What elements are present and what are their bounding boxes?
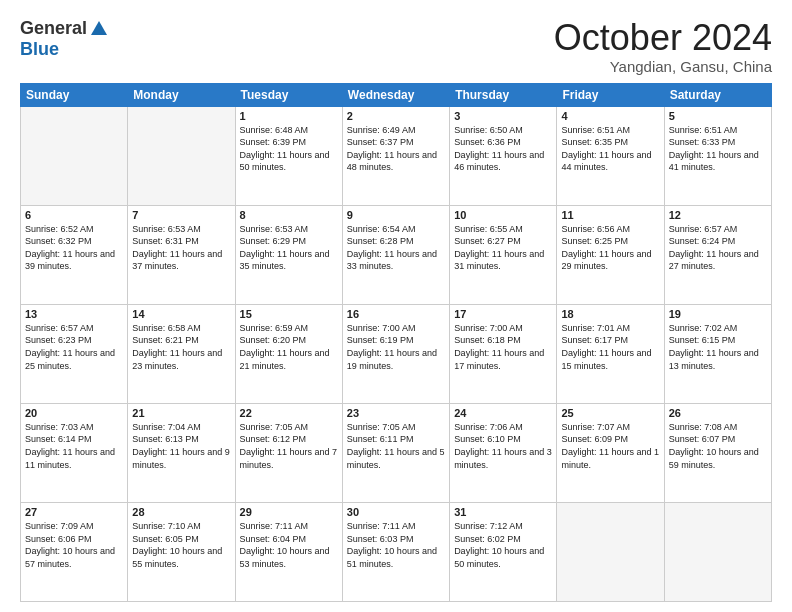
day-number: 31 — [454, 506, 552, 518]
day-info: Sunrise: 7:11 AM Sunset: 6:03 PM Dayligh… — [347, 520, 445, 570]
day-info: Sunrise: 7:02 AM Sunset: 6:15 PM Dayligh… — [669, 322, 767, 372]
day-number: 28 — [132, 506, 230, 518]
day-info: Sunrise: 6:48 AM Sunset: 6:39 PM Dayligh… — [240, 124, 338, 174]
day-number: 25 — [561, 407, 659, 419]
day-number: 17 — [454, 308, 552, 320]
day-number: 8 — [240, 209, 338, 221]
col-header-friday: Friday — [557, 83, 664, 106]
day-number: 20 — [25, 407, 123, 419]
day-number: 15 — [240, 308, 338, 320]
calendar-cell: 24Sunrise: 7:06 AM Sunset: 6:10 PM Dayli… — [450, 403, 557, 502]
calendar-cell: 23Sunrise: 7:05 AM Sunset: 6:11 PM Dayli… — [342, 403, 449, 502]
day-info: Sunrise: 6:53 AM Sunset: 6:31 PM Dayligh… — [132, 223, 230, 273]
calendar-cell: 15Sunrise: 6:59 AM Sunset: 6:20 PM Dayli… — [235, 304, 342, 403]
day-info: Sunrise: 7:04 AM Sunset: 6:13 PM Dayligh… — [132, 421, 230, 471]
calendar-cell: 22Sunrise: 7:05 AM Sunset: 6:12 PM Dayli… — [235, 403, 342, 502]
calendar-cell: 27Sunrise: 7:09 AM Sunset: 6:06 PM Dayli… — [21, 502, 128, 601]
day-info: Sunrise: 7:03 AM Sunset: 6:14 PM Dayligh… — [25, 421, 123, 471]
day-info: Sunrise: 6:51 AM Sunset: 6:35 PM Dayligh… — [561, 124, 659, 174]
calendar-cell: 1Sunrise: 6:48 AM Sunset: 6:39 PM Daylig… — [235, 106, 342, 205]
calendar-cell — [21, 106, 128, 205]
col-header-saturday: Saturday — [664, 83, 771, 106]
day-number: 11 — [561, 209, 659, 221]
calendar-cell: 18Sunrise: 7:01 AM Sunset: 6:17 PM Dayli… — [557, 304, 664, 403]
day-info: Sunrise: 7:08 AM Sunset: 6:07 PM Dayligh… — [669, 421, 767, 471]
calendar-cell: 31Sunrise: 7:12 AM Sunset: 6:02 PM Dayli… — [450, 502, 557, 601]
calendar-cell: 8Sunrise: 6:53 AM Sunset: 6:29 PM Daylig… — [235, 205, 342, 304]
day-info: Sunrise: 6:51 AM Sunset: 6:33 PM Dayligh… — [669, 124, 767, 174]
calendar: SundayMondayTuesdayWednesdayThursdayFrid… — [20, 83, 772, 602]
day-info: Sunrise: 7:07 AM Sunset: 6:09 PM Dayligh… — [561, 421, 659, 471]
location: Yangdian, Gansu, China — [554, 58, 772, 75]
calendar-cell: 6Sunrise: 6:52 AM Sunset: 6:32 PM Daylig… — [21, 205, 128, 304]
calendar-cell: 19Sunrise: 7:02 AM Sunset: 6:15 PM Dayli… — [664, 304, 771, 403]
calendar-cell: 10Sunrise: 6:55 AM Sunset: 6:27 PM Dayli… — [450, 205, 557, 304]
day-info: Sunrise: 7:09 AM Sunset: 6:06 PM Dayligh… — [25, 520, 123, 570]
day-info: Sunrise: 7:00 AM Sunset: 6:18 PM Dayligh… — [454, 322, 552, 372]
day-info: Sunrise: 7:11 AM Sunset: 6:04 PM Dayligh… — [240, 520, 338, 570]
day-number: 30 — [347, 506, 445, 518]
calendar-cell: 28Sunrise: 7:10 AM Sunset: 6:05 PM Dayli… — [128, 502, 235, 601]
day-number: 21 — [132, 407, 230, 419]
calendar-cell: 17Sunrise: 7:00 AM Sunset: 6:18 PM Dayli… — [450, 304, 557, 403]
day-number: 29 — [240, 506, 338, 518]
calendar-cell: 4Sunrise: 6:51 AM Sunset: 6:35 PM Daylig… — [557, 106, 664, 205]
calendar-cell: 26Sunrise: 7:08 AM Sunset: 6:07 PM Dayli… — [664, 403, 771, 502]
calendar-cell: 21Sunrise: 7:04 AM Sunset: 6:13 PM Dayli… — [128, 403, 235, 502]
day-info: Sunrise: 7:10 AM Sunset: 6:05 PM Dayligh… — [132, 520, 230, 570]
day-number: 4 — [561, 110, 659, 122]
day-number: 16 — [347, 308, 445, 320]
day-number: 5 — [669, 110, 767, 122]
logo-general-text: General — [20, 18, 87, 39]
calendar-cell: 11Sunrise: 6:56 AM Sunset: 6:25 PM Dayli… — [557, 205, 664, 304]
day-info: Sunrise: 6:55 AM Sunset: 6:27 PM Dayligh… — [454, 223, 552, 273]
day-number: 24 — [454, 407, 552, 419]
day-info: Sunrise: 6:52 AM Sunset: 6:32 PM Dayligh… — [25, 223, 123, 273]
logo-blue-text: Blue — [20, 39, 59, 60]
col-header-wednesday: Wednesday — [342, 83, 449, 106]
title-block: October 2024 Yangdian, Gansu, China — [554, 18, 772, 75]
day-number: 12 — [669, 209, 767, 221]
calendar-cell: 7Sunrise: 6:53 AM Sunset: 6:31 PM Daylig… — [128, 205, 235, 304]
day-number: 3 — [454, 110, 552, 122]
calendar-cell — [664, 502, 771, 601]
day-info: Sunrise: 6:49 AM Sunset: 6:37 PM Dayligh… — [347, 124, 445, 174]
calendar-header-row: SundayMondayTuesdayWednesdayThursdayFrid… — [21, 83, 772, 106]
calendar-cell: 13Sunrise: 6:57 AM Sunset: 6:23 PM Dayli… — [21, 304, 128, 403]
week-row-3: 13Sunrise: 6:57 AM Sunset: 6:23 PM Dayli… — [21, 304, 772, 403]
col-header-monday: Monday — [128, 83, 235, 106]
page: General Blue October 2024 Yangdian, Gans… — [0, 0, 792, 612]
calendar-cell: 5Sunrise: 6:51 AM Sunset: 6:33 PM Daylig… — [664, 106, 771, 205]
day-info: Sunrise: 6:53 AM Sunset: 6:29 PM Dayligh… — [240, 223, 338, 273]
day-number: 7 — [132, 209, 230, 221]
day-info: Sunrise: 7:06 AM Sunset: 6:10 PM Dayligh… — [454, 421, 552, 471]
day-number: 22 — [240, 407, 338, 419]
calendar-cell: 12Sunrise: 6:57 AM Sunset: 6:24 PM Dayli… — [664, 205, 771, 304]
calendar-cell: 29Sunrise: 7:11 AM Sunset: 6:04 PM Dayli… — [235, 502, 342, 601]
calendar-cell: 20Sunrise: 7:03 AM Sunset: 6:14 PM Dayli… — [21, 403, 128, 502]
day-number: 26 — [669, 407, 767, 419]
logo-triangle-icon — [91, 21, 107, 35]
week-row-5: 27Sunrise: 7:09 AM Sunset: 6:06 PM Dayli… — [21, 502, 772, 601]
day-info: Sunrise: 6:59 AM Sunset: 6:20 PM Dayligh… — [240, 322, 338, 372]
day-number: 19 — [669, 308, 767, 320]
calendar-cell: 14Sunrise: 6:58 AM Sunset: 6:21 PM Dayli… — [128, 304, 235, 403]
day-info: Sunrise: 6:58 AM Sunset: 6:21 PM Dayligh… — [132, 322, 230, 372]
week-row-4: 20Sunrise: 7:03 AM Sunset: 6:14 PM Dayli… — [21, 403, 772, 502]
day-number: 9 — [347, 209, 445, 221]
day-info: Sunrise: 7:05 AM Sunset: 6:11 PM Dayligh… — [347, 421, 445, 471]
day-number: 2 — [347, 110, 445, 122]
col-header-thursday: Thursday — [450, 83, 557, 106]
day-number: 23 — [347, 407, 445, 419]
calendar-cell: 2Sunrise: 6:49 AM Sunset: 6:37 PM Daylig… — [342, 106, 449, 205]
week-row-1: 1Sunrise: 6:48 AM Sunset: 6:39 PM Daylig… — [21, 106, 772, 205]
day-info: Sunrise: 7:00 AM Sunset: 6:19 PM Dayligh… — [347, 322, 445, 372]
header: General Blue October 2024 Yangdian, Gans… — [20, 18, 772, 75]
logo: General Blue — [20, 18, 107, 60]
day-info: Sunrise: 6:54 AM Sunset: 6:28 PM Dayligh… — [347, 223, 445, 273]
day-info: Sunrise: 6:50 AM Sunset: 6:36 PM Dayligh… — [454, 124, 552, 174]
day-info: Sunrise: 7:01 AM Sunset: 6:17 PM Dayligh… — [561, 322, 659, 372]
day-info: Sunrise: 7:05 AM Sunset: 6:12 PM Dayligh… — [240, 421, 338, 471]
calendar-cell — [557, 502, 664, 601]
day-number: 1 — [240, 110, 338, 122]
